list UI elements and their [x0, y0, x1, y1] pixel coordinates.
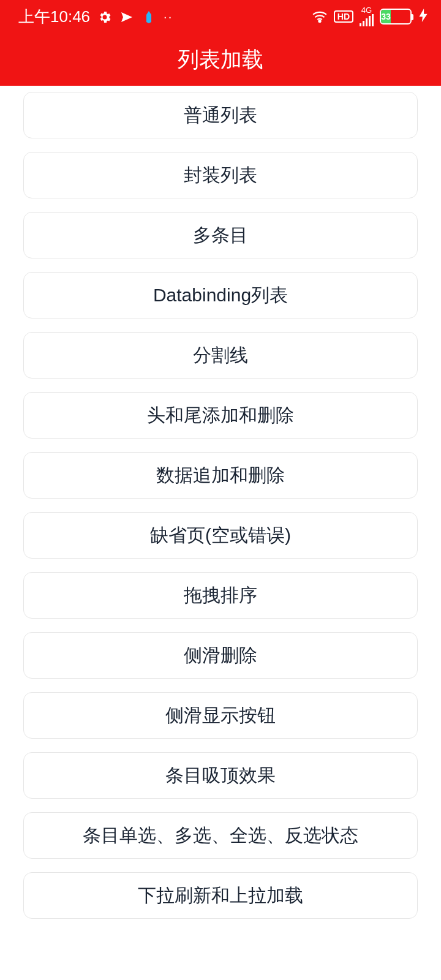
- list-item-label: 条目吸顶效果: [165, 763, 276, 788]
- list-item-label: 普通列表: [184, 103, 257, 128]
- list-item[interactable]: 条目单选、多选、全选、反选状态: [23, 812, 418, 859]
- list-item[interactable]: 侧滑删除: [23, 632, 418, 679]
- list-item[interactable]: 数据追加和删除: [23, 452, 418, 499]
- gear-icon: [97, 10, 112, 24]
- list-item-label: 侧滑显示按钮: [165, 703, 276, 728]
- tag-icon: [141, 10, 156, 24]
- status-right: HD 4G 33: [312, 7, 428, 26]
- list-item[interactable]: 普通列表: [23, 92, 418, 138]
- status-time: 上午10:46: [18, 6, 90, 28]
- list-item[interactable]: 封装列表: [23, 152, 418, 198]
- status-left: 上午10:46 ··: [18, 6, 173, 28]
- app-bar: 列表加载: [0, 34, 441, 86]
- list-item-label: 缺省页(空或错误): [150, 523, 291, 548]
- more-icon: ··: [164, 10, 173, 24]
- list-item-label: 头和尾添加和删除: [147, 403, 294, 428]
- list-item-label: 分割线: [193, 343, 248, 368]
- list-item[interactable]: 分割线: [23, 332, 418, 379]
- list-item[interactable]: 下拉刷新和上拉加载: [23, 872, 418, 919]
- status-bar: 上午10:46 ·· HD 4G 33: [0, 0, 441, 34]
- battery-icon: 33: [380, 9, 412, 24]
- list-item[interactable]: 多条目: [23, 212, 418, 258]
- list-item[interactable]: 侧滑显示按钮: [23, 692, 418, 739]
- list-item-label: 拖拽排序: [184, 583, 257, 608]
- list-item-label: 封装列表: [184, 163, 257, 188]
- list-item-label: 条目单选、多选、全选、反选状态: [83, 823, 358, 848]
- hd-badge: HD: [334, 10, 353, 23]
- send-icon: [119, 10, 134, 24]
- svg-point-0: [318, 20, 320, 22]
- signal-icon: [360, 14, 374, 26]
- list-container: 普通列表 封装列表 多条目 Databinding列表 分割线 头和尾添加和删除…: [0, 86, 441, 919]
- list-item[interactable]: 拖拽排序: [23, 572, 418, 619]
- wifi-icon: [312, 10, 328, 23]
- list-item[interactable]: 缺省页(空或错误): [23, 512, 418, 559]
- charging-icon: [419, 9, 428, 25]
- page-title: 列表加载: [178, 45, 263, 74]
- list-item-label: 多条目: [193, 223, 248, 248]
- battery-fill: 33: [381, 10, 391, 23]
- list-item-label: 数据追加和删除: [156, 463, 285, 488]
- list-item[interactable]: 条目吸顶效果: [23, 752, 418, 799]
- list-item-label: Databinding列表: [153, 283, 288, 308]
- list-item-label: 侧滑删除: [184, 643, 257, 668]
- network-4g: 4G: [360, 7, 374, 26]
- list-item-label: 下拉刷新和上拉加载: [138, 883, 303, 908]
- list-item[interactable]: 头和尾添加和删除: [23, 392, 418, 439]
- list-item[interactable]: Databinding列表: [23, 272, 418, 318]
